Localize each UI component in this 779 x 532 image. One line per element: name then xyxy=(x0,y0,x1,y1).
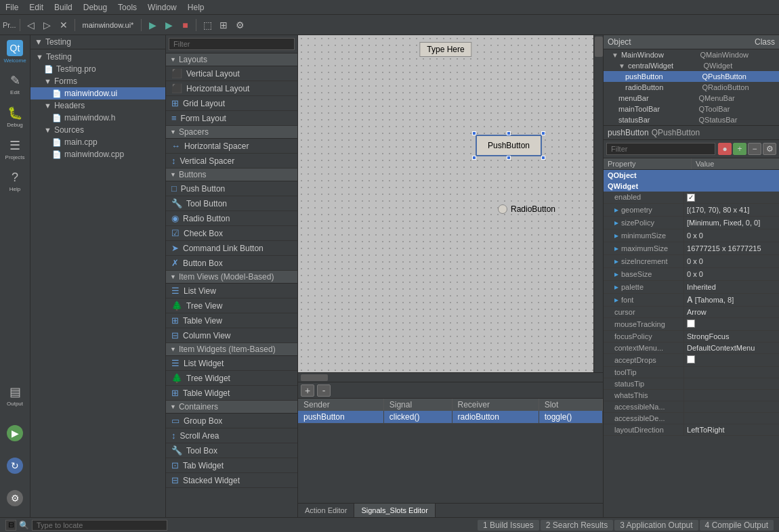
toolbar-design-btn[interactable]: ⬚ xyxy=(200,18,215,32)
tree-forms[interactable]: ▼ Forms xyxy=(30,75,165,87)
widget-tab-widget[interactable]: ⊡ Tab Widget xyxy=(166,458,297,473)
section-item-widgets[interactable]: ▼ Item Widgets (Item-Based) xyxy=(166,343,297,356)
obj-row-centralwidget[interactable]: ▼ centralWidget QWidget xyxy=(604,60,779,71)
canvas-main[interactable]: Type Here PushButton xyxy=(298,35,593,372)
widget-table-view[interactable]: ⊞ Table View xyxy=(166,313,297,328)
sizepolicy-expand[interactable]: ▸ xyxy=(614,218,618,227)
widget-horizontal-layout[interactable]: ⬛ Horizontal Layout xyxy=(166,81,297,96)
menu-help[interactable]: Help xyxy=(182,1,210,14)
geometry-expand[interactable]: ▸ xyxy=(614,205,618,215)
obj-row-toolbar[interactable]: mainToolBar QToolBar xyxy=(604,104,779,114)
widget-form-layout[interactable]: ≡ Form Layout xyxy=(166,111,297,126)
toolbar-stop-btn[interactable]: ■ xyxy=(177,18,192,32)
sidebar-output[interactable]: ▤ Output xyxy=(1,379,28,412)
sidebar-projects[interactable]: ☰ Projects xyxy=(1,133,28,165)
widget-tree-widget[interactable]: 🌲 Tree Widget xyxy=(166,371,297,386)
prop-focuspolicy[interactable]: focusPolicy StrongFocus xyxy=(604,330,779,342)
widget-vertical-layout[interactable]: ⬛ Vertical Layout xyxy=(166,66,297,81)
section-spacers[interactable]: ▼ Spacers xyxy=(166,126,297,139)
prop-accessiblename[interactable]: accessibleNa... xyxy=(604,401,779,412)
widget-tree-view[interactable]: 🌲 Tree View xyxy=(166,298,297,313)
prop-enabled[interactable]: enabled ✓ xyxy=(604,192,779,203)
widget-check-box[interactable]: ☑ Check Box xyxy=(166,226,297,241)
menu-file[interactable]: File xyxy=(0,1,24,14)
prop-acceptdrops[interactable]: acceptDrops xyxy=(604,353,779,366)
widget-group-box[interactable]: ▭ Group Box xyxy=(166,414,297,428)
section-containers[interactable]: ▼ Containers xyxy=(166,401,297,414)
tree-mainwindow-ui[interactable]: 📄 mainwindow.ui xyxy=(30,87,165,99)
sidebar-settings[interactable]: ⚙ xyxy=(1,482,28,514)
widget-vertical-spacer[interactable]: ↕ Vertical Spacer xyxy=(166,154,297,169)
menu-build[interactable]: Build xyxy=(49,1,78,14)
tab-signals-slots[interactable]: Signals_Slots Editor xyxy=(354,504,435,517)
sidebar-debug[interactable]: 🐛 Debug xyxy=(1,100,28,133)
canvas-h-scroll[interactable] xyxy=(298,373,593,382)
h-scroll-thumb[interactable] xyxy=(301,374,328,381)
prop-contextmenu[interactable]: contextMenu... DefaultContextMenu xyxy=(604,342,779,353)
prop-mousetracking[interactable]: mouseTracking xyxy=(604,317,779,330)
tree-testing-pro[interactable]: 📄 Testing.pro xyxy=(30,63,165,75)
widget-tool-button[interactable]: 🔧 Tool Button xyxy=(166,196,297,211)
widget-radio-button[interactable]: ◉ Radio Button xyxy=(166,211,297,226)
build-tab-2[interactable]: 2 Search Results xyxy=(541,520,613,531)
obj-row-menubar[interactable]: menuBar QMenuBar xyxy=(604,93,779,104)
props-filter-settings[interactable]: ⚙ xyxy=(763,143,776,155)
radio-button-widget[interactable]: RadioButton xyxy=(498,204,555,214)
tree-main-cpp[interactable]: 📄 main.cpp xyxy=(30,136,165,148)
tab-action-editor[interactable]: Action Editor xyxy=(298,504,354,517)
widget-scroll-area[interactable]: ↕ Scroll Area xyxy=(166,428,297,443)
props-filter-input[interactable] xyxy=(606,143,715,155)
tree-mainwindow-cpp[interactable]: 📄 mainwindow.cpp xyxy=(30,148,165,160)
acceptdrops-checkbox[interactable] xyxy=(687,355,695,363)
maxsize-expand[interactable]: ▸ xyxy=(614,244,618,253)
prop-geometry[interactable]: ▸geometry [(170, 70), 80 x 41] xyxy=(604,203,779,216)
widget-tool-box[interactable]: 🔧 Tool Box xyxy=(166,443,297,458)
prop-whatisthis[interactable]: whatsThis xyxy=(604,389,779,401)
widget-list-widget[interactable]: ☰ List Widget xyxy=(166,356,297,371)
widget-grid-layout[interactable]: ⊞ Grid Layout xyxy=(166,96,297,111)
toolbar-run-btn[interactable]: ▶ xyxy=(145,18,160,32)
sizeincrement-expand[interactable]: ▸ xyxy=(614,257,618,266)
props-filter-red[interactable]: ● xyxy=(718,143,732,155)
widget-filter-input[interactable] xyxy=(169,38,295,50)
tree-mainwindow-h[interactable]: 📄 mainwindow.h xyxy=(30,112,165,124)
props-filter-add[interactable]: + xyxy=(733,143,746,155)
sidebar-help[interactable]: ? Help xyxy=(1,165,28,198)
signal-remove-btn[interactable]: - xyxy=(317,384,331,397)
prop-cursor[interactable]: cursor Arrow xyxy=(604,306,779,317)
props-filter-minus[interactable]: − xyxy=(748,143,761,155)
sidebar-run-bottom[interactable]: ▶ xyxy=(1,417,28,449)
sidebar-edit[interactable]: ✎ Edit xyxy=(1,68,28,100)
prop-maximumsize[interactable]: ▸maximumSize 16777215 x 16777215 xyxy=(604,242,779,254)
menu-window[interactable]: Window xyxy=(142,1,182,14)
tree-testing[interactable]: ▼ Testing xyxy=(30,51,165,63)
prop-statustip[interactable]: statusTip xyxy=(604,378,779,389)
toolbar-back-btn[interactable]: ◁ xyxy=(24,18,39,32)
toolbar-debug-run-btn[interactable]: ▶ xyxy=(161,18,176,32)
toolbar-settings-btn[interactable]: ⚙ xyxy=(232,18,247,32)
prop-palette[interactable]: ▸palette Inherited xyxy=(604,280,779,293)
prop-sizepolicy[interactable]: ▸sizePolicy [Minimum, Fixed, 0, 0] xyxy=(604,216,779,229)
prop-minimumsize[interactable]: ▸minimumSize 0 x 0 xyxy=(604,229,779,242)
prop-layoutdirection[interactable]: layoutDirection LeftToRight xyxy=(604,424,779,435)
signal-row[interactable]: pushButton clicked() radioButton toggle(… xyxy=(298,411,603,424)
section-layouts[interactable]: ▼ Layouts xyxy=(166,53,297,66)
prop-font[interactable]: ▸font A [Tahoma, 8] xyxy=(604,293,779,306)
push-button-widget[interactable]: PushButton xyxy=(474,133,543,158)
widget-table-widget[interactable]: ⊞ Table Widget xyxy=(166,386,297,401)
menu-edit[interactable]: Edit xyxy=(24,1,49,14)
palette-expand[interactable]: ▸ xyxy=(614,282,618,292)
widget-list-view[interactable]: ☰ List View xyxy=(166,284,297,298)
status-mode-icon[interactable]: ⊟ xyxy=(5,520,16,531)
tree-headers[interactable]: ▼ Headers xyxy=(30,99,165,112)
widget-push-button[interactable]: □ Push Button xyxy=(166,181,297,196)
toolbar-grid-btn[interactable]: ⊞ xyxy=(216,18,231,32)
widget-button-box[interactable]: ✗ Button Box xyxy=(166,256,297,271)
prop-tooltip[interactable]: toolTip xyxy=(604,366,779,378)
enabled-checkbox[interactable]: ✓ xyxy=(687,194,695,202)
widget-stacked-widget[interactable]: ⊟ Stacked Widget xyxy=(166,473,297,488)
signal-add-btn[interactable]: + xyxy=(301,384,314,397)
section-buttons[interactable]: ▼ Buttons xyxy=(166,169,297,181)
mousetracking-checkbox[interactable] xyxy=(687,319,695,328)
toolbar-forward-btn[interactable]: ▷ xyxy=(40,18,55,32)
